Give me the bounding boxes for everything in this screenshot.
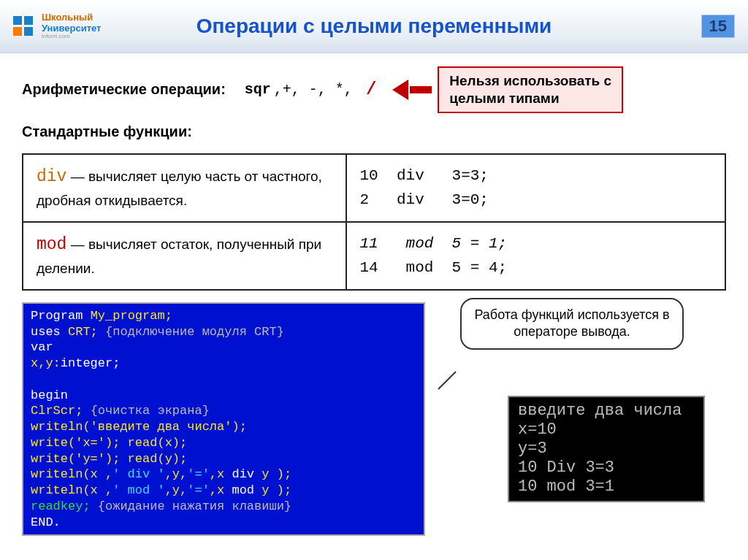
std-functions-label: Стандартные функции:: [22, 123, 726, 140]
arrow-left-icon: [392, 80, 408, 100]
div-desc: div — вычисляет целую часть от частного,…: [23, 154, 346, 222]
functions-table: div — вычисляет целую часть от частного,…: [22, 153, 726, 291]
arithmetic-row: Арифметические операции: sqr ,+, -, *, /…: [22, 66, 726, 113]
callout-connector: [438, 371, 456, 389]
op-divide: /: [366, 80, 376, 99]
arithmetic-label: Арифметические операции:: [22, 81, 226, 98]
header: Школьный Университет infomi.com Операции…: [0, 0, 748, 53]
op-sqr: sqr: [245, 81, 271, 98]
table-row: div — вычисляет целую часть от частного,…: [23, 154, 725, 222]
pascal-code-screenshot: Program My_program; uses CRT; {подключен…: [22, 302, 425, 537]
table-row: mod — вычисляет остаток, полученный при …: [23, 222, 725, 290]
logo-text: Школьный Университет infomi.com: [42, 12, 101, 39]
page-number-badge: 15: [701, 15, 735, 38]
mod-desc: mod — вычисляет остаток, полученный при …: [23, 222, 346, 290]
screenshots-row: Program My_program; uses CRT; {подключен…: [22, 302, 726, 537]
page-title: Операции с целыми переменными: [0, 15, 748, 38]
ops-list: ,+, -, *,: [274, 81, 353, 98]
mod-examples: 11 mod 5 = 1; 14 mod 5 = 4;: [346, 222, 725, 290]
arrow-bar: [410, 86, 432, 93]
warning-box: Нельзя использовать с целыми типами: [438, 66, 623, 113]
callout-bubble: Работа функций используется в операторе …: [460, 298, 684, 350]
logo-icon: [13, 16, 33, 36]
div-examples: 10 div 3=3; 2 div 3=0;: [346, 154, 725, 222]
logo: Школьный Университет infomi.com: [13, 12, 101, 39]
program-output-screenshot: введите два числа x=10 y=3 10 Div 3=3 10…: [508, 396, 705, 502]
